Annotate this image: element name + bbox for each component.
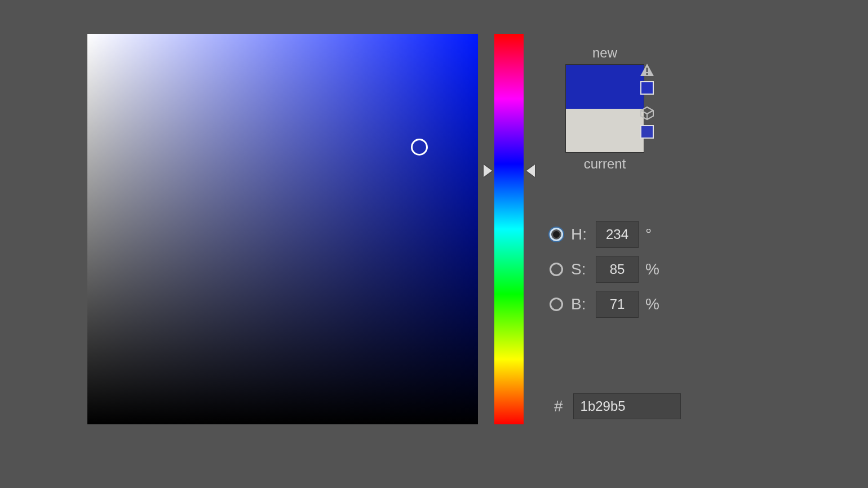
hue-label: H: bbox=[571, 225, 596, 243]
websafe-swatch[interactable] bbox=[640, 125, 654, 139]
gamut-warning-icon[interactable] bbox=[640, 63, 654, 77]
saturation-radio[interactable] bbox=[550, 263, 563, 276]
hex-input[interactable] bbox=[573, 393, 681, 419]
black-gradient-overlay bbox=[87, 34, 478, 424]
color-swatch-box bbox=[565, 64, 644, 153]
brightness-radio[interactable] bbox=[550, 298, 563, 311]
degree-unit: ° bbox=[645, 225, 662, 243]
new-color-swatch[interactable] bbox=[566, 65, 644, 109]
hue-indicator-left-icon bbox=[484, 165, 492, 177]
percent-unit: % bbox=[645, 295, 662, 313]
brightness-label: B: bbox=[571, 295, 596, 313]
current-label: current bbox=[548, 156, 661, 172]
hue-radio[interactable] bbox=[550, 228, 563, 241]
saturation-brightness-field[interactable] bbox=[87, 34, 478, 424]
websafe-cube-icon[interactable] bbox=[640, 106, 654, 121]
current-color-swatch[interactable] bbox=[566, 109, 644, 153]
hex-hash-label: # bbox=[554, 397, 563, 415]
saturation-input[interactable] bbox=[596, 256, 639, 283]
svg-rect-2 bbox=[646, 73, 648, 75]
hue-indicator-right-icon bbox=[526, 165, 535, 177]
hue-slider[interactable] bbox=[494, 34, 524, 424]
new-label: new bbox=[548, 45, 661, 61]
percent-unit: % bbox=[645, 260, 662, 278]
svg-rect-1 bbox=[646, 68, 648, 72]
brightness-input[interactable] bbox=[596, 291, 639, 318]
hue-input[interactable] bbox=[596, 221, 639, 248]
gamut-safe-swatch-new[interactable] bbox=[640, 81, 654, 95]
saturation-label: S: bbox=[571, 260, 596, 278]
